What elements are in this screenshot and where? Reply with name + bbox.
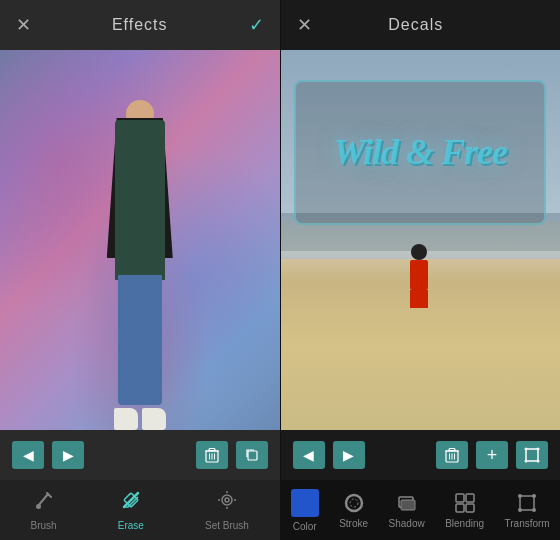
set-brush-tool[interactable]: Set Brush bbox=[205, 489, 249, 531]
stroke-tool[interactable]: Stroke bbox=[339, 492, 368, 529]
stroke-icon bbox=[343, 492, 365, 514]
left-copy-button[interactable] bbox=[236, 441, 268, 469]
svg-rect-6 bbox=[248, 451, 257, 460]
trash-icon bbox=[205, 447, 219, 463]
right-delete-button[interactable] bbox=[436, 441, 468, 469]
svg-rect-21 bbox=[526, 449, 538, 461]
left-cancel-button[interactable]: ✕ bbox=[16, 14, 31, 36]
svg-rect-33 bbox=[466, 504, 474, 512]
svg-point-7 bbox=[36, 504, 41, 509]
svg-rect-30 bbox=[456, 494, 464, 502]
blending-label: Blending bbox=[445, 518, 484, 529]
child-head bbox=[411, 244, 427, 260]
svg-rect-16 bbox=[449, 449, 455, 451]
brush-icon bbox=[33, 489, 55, 516]
color-swatch[interactable] bbox=[291, 489, 319, 517]
svg-point-38 bbox=[532, 508, 536, 512]
left-forward-button[interactable]: ▶ bbox=[52, 441, 84, 469]
child-body bbox=[410, 260, 428, 290]
right-add-button[interactable]: + bbox=[476, 441, 508, 469]
svg-rect-34 bbox=[520, 496, 534, 510]
left-header: ✕ Effects ✓ bbox=[0, 0, 280, 50]
transform-tool[interactable]: Transform bbox=[505, 492, 550, 529]
beach-background: Wild & Free bbox=[281, 50, 561, 430]
right-transform-button[interactable] bbox=[516, 441, 548, 469]
svg-point-23 bbox=[537, 448, 540, 451]
set-brush-icon bbox=[216, 489, 238, 516]
right-nav-toolbar: ◀ ▶ + bbox=[281, 430, 561, 480]
right-image-area: Wild & Free bbox=[281, 50, 561, 430]
blending-icon bbox=[454, 492, 476, 514]
left-nav-toolbar: ◀ ▶ bbox=[0, 430, 280, 480]
decal-container[interactable]: Wild & Free bbox=[294, 80, 546, 224]
right-header: ✕ Decals bbox=[281, 0, 561, 50]
svg-rect-31 bbox=[466, 494, 474, 502]
left-confirm-button[interactable]: ✓ bbox=[249, 14, 264, 36]
erase-svg bbox=[120, 489, 142, 511]
effects-background bbox=[0, 50, 280, 430]
brush-tool[interactable]: Brush bbox=[31, 489, 57, 531]
left-delete-button[interactable] bbox=[196, 441, 228, 469]
svg-point-22 bbox=[525, 448, 528, 451]
copy-icon bbox=[245, 448, 259, 462]
person-shoes bbox=[114, 408, 166, 430]
shoe-left bbox=[114, 408, 138, 430]
transform-tool-icon bbox=[516, 492, 538, 514]
right-back-button[interactable]: ◀ bbox=[293, 441, 325, 469]
setbrush-svg bbox=[216, 489, 238, 511]
svg-rect-29 bbox=[401, 500, 415, 510]
left-bottom-toolbar: Brush Erase bbox=[0, 480, 280, 540]
svg-point-26 bbox=[346, 495, 362, 511]
right-title: Decals bbox=[388, 16, 443, 34]
right-forward-button[interactable]: ▶ bbox=[333, 441, 365, 469]
shadow-label: Shadow bbox=[389, 518, 425, 529]
brush-label: Brush bbox=[31, 520, 57, 531]
erase-label: Erase bbox=[118, 520, 144, 531]
erase-tool[interactable]: Erase bbox=[118, 489, 144, 531]
left-back-button[interactable]: ◀ bbox=[12, 441, 44, 469]
shadow-tool[interactable]: Shadow bbox=[389, 492, 425, 529]
person-body bbox=[115, 120, 165, 280]
svg-point-10 bbox=[225, 498, 229, 502]
svg-point-25 bbox=[537, 460, 540, 463]
transform-label: Transform bbox=[505, 518, 550, 529]
blending-tool[interactable]: Blending bbox=[445, 492, 484, 529]
decal-text: Wild & Free bbox=[333, 133, 507, 173]
person-legs bbox=[118, 275, 162, 405]
transform-icon bbox=[524, 447, 540, 463]
svg-point-35 bbox=[518, 494, 522, 498]
stroke-label: Stroke bbox=[339, 518, 368, 529]
shadow-icon bbox=[396, 492, 418, 514]
svg-point-36 bbox=[532, 494, 536, 498]
child-legs bbox=[410, 290, 428, 308]
svg-point-9 bbox=[222, 495, 232, 505]
right-trash-icon bbox=[445, 447, 459, 463]
svg-rect-1 bbox=[209, 449, 215, 451]
brush-svg bbox=[33, 489, 55, 511]
right-panel: ✕ Decals Wild & Free ◀ ▶ bbox=[281, 0, 561, 540]
left-title: Effects bbox=[112, 16, 168, 34]
shoe-right bbox=[142, 408, 166, 430]
color-tool[interactable]: Color bbox=[291, 489, 319, 532]
svg-point-24 bbox=[525, 460, 528, 463]
svg-point-37 bbox=[518, 508, 522, 512]
color-label: Color bbox=[293, 521, 317, 532]
child-figure bbox=[410, 244, 428, 308]
set-brush-label: Set Brush bbox=[205, 520, 249, 531]
erase-icon bbox=[120, 489, 142, 516]
left-panel: ✕ Effects ✓ ◀ ▶ bbox=[0, 0, 280, 540]
right-bottom-toolbar: Color Stroke Shadow bbox=[281, 480, 561, 540]
svg-point-27 bbox=[350, 499, 358, 507]
right-cancel-button[interactable]: ✕ bbox=[297, 14, 312, 36]
svg-rect-32 bbox=[456, 504, 464, 512]
left-image-area bbox=[0, 50, 280, 430]
person-figure bbox=[100, 100, 180, 430]
